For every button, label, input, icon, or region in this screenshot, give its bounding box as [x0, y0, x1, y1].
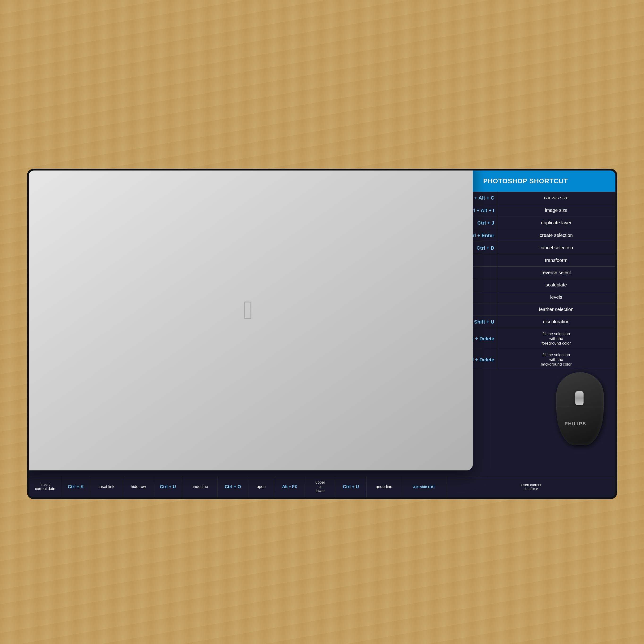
- ps-desc-10: feather selection: [497, 303, 615, 316]
- bottom-row: insertcurrent date Ctrl + K inset link h…: [29, 476, 615, 497]
- bottom-word-desc-3: underline: [367, 476, 402, 497]
- mouse-scroll-wheel: [575, 391, 584, 405]
- mousepad: EXCEL SHORTCUT WORD SHORTCUT PHOTOSHOP S…: [27, 169, 617, 499]
- ps-desc-1: canvas size: [497, 192, 615, 204]
- ps-desc-2: image size: [497, 204, 615, 217]
- bottom-word-desc-4: insert currentdate/time: [447, 476, 615, 497]
- laptop: : [27, 169, 473, 470]
- ps-desc-9: levels: [497, 291, 615, 303]
- ps-desc-13: fill the selectionwith thebackground col…: [497, 349, 615, 370]
- bottom-word-key-4: Alt+shift+D/T: [402, 476, 447, 497]
- bottom-word-key-1: Ctrl + O: [218, 476, 248, 497]
- bottom-word-desc-1: open: [248, 476, 274, 497]
- ps-desc-4: create selection: [497, 229, 615, 242]
- bottom-word-desc-2: upperorlower: [305, 476, 336, 497]
- bottom-excel-key-1: Ctrl + K: [62, 476, 90, 497]
- bottom-excel-desc-4: underline: [182, 476, 218, 497]
- mouse: PHILIPS: [556, 372, 611, 452]
- bottom-word-key-2: Alt + F3: [274, 476, 305, 497]
- bottom-excel-desc-3: hide row: [123, 476, 154, 497]
- bottom-excel-desc-1: insertcurrent date: [29, 476, 62, 497]
- mouse-brand-label: PHILIPS: [565, 421, 586, 426]
- bottom-excel-key-2: Ctrl + U: [154, 476, 182, 497]
- apple-logo-icon: : [234, 297, 263, 325]
- ps-desc-12: fill the selectionwith theforeground col…: [497, 328, 615, 349]
- bottom-word-key-3: Ctrl + U: [336, 476, 367, 497]
- ps-desc-5: cancel selection: [497, 242, 615, 254]
- mouse-divider: [556, 408, 604, 408]
- bottom-excel-desc-2: inset link: [90, 476, 123, 497]
- ps-desc-3: duplicate layer: [497, 217, 615, 229]
- mouse-body: PHILIPS: [556, 372, 604, 445]
- ps-desc-8: scaleplate: [497, 279, 615, 291]
- ps-desc-6: transfoorm: [497, 254, 615, 266]
- ps-desc-7: reverse select: [497, 266, 615, 279]
- ps-desc-11: discoloration: [497, 316, 615, 328]
